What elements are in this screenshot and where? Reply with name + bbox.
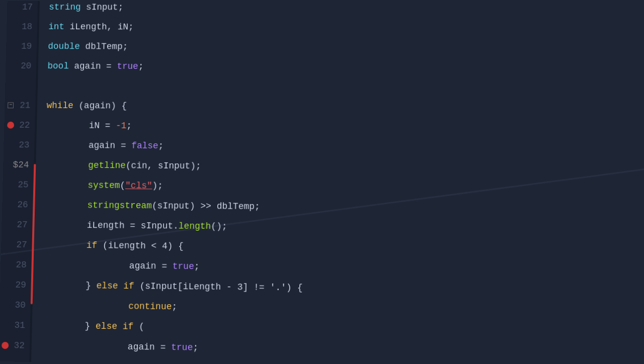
fold-marker[interactable]: − bbox=[8, 103, 14, 109]
code-content: bool again = true; bbox=[37, 56, 644, 79]
line-number: 27 bbox=[2, 215, 34, 235]
line-number: 19 bbox=[6, 36, 38, 56]
code-line-blank bbox=[5, 76, 644, 99]
line-number: 23 bbox=[4, 135, 36, 155]
code-line-17: 17 string sInput; bbox=[7, 1, 644, 19]
code-content: int iLength, iN; bbox=[38, 17, 644, 39]
line-number bbox=[5, 76, 38, 96]
line-number: 30 bbox=[0, 295, 32, 315]
line-number: 27 bbox=[1, 235, 34, 255]
line-number: 25 bbox=[3, 174, 35, 195]
code-line-19: 19 double dblTemp; bbox=[6, 36, 644, 58]
line-number: 26 bbox=[2, 195, 35, 215]
line-number: 17 bbox=[7, 1, 39, 17]
code-line-20: 20 bool again = true; bbox=[6, 56, 644, 78]
line-number: 32 bbox=[0, 335, 31, 356]
code-content: string sInput; bbox=[39, 1, 644, 19]
code-content: while (again) { bbox=[37, 96, 644, 119]
line-number: 18 bbox=[7, 17, 39, 36]
line-number: 28 bbox=[1, 254, 33, 275]
line-number: 29 bbox=[0, 275, 33, 295]
line-number: 21 − bbox=[5, 96, 37, 116]
line-number: $24 bbox=[3, 155, 36, 175]
line-number: 33 bbox=[0, 355, 31, 364]
code-line-18: 18 int iLength, iN; bbox=[7, 17, 644, 38]
line-number: 31 bbox=[0, 315, 32, 336]
code-content: double dblTemp; bbox=[38, 37, 644, 59]
line-number: 20 bbox=[6, 56, 38, 75]
code-content bbox=[37, 76, 644, 99]
code-editor: 17 string sInput; 18 int iLength, iN; 19… bbox=[0, 0, 644, 364]
line-number: 22 bbox=[4, 115, 37, 135]
